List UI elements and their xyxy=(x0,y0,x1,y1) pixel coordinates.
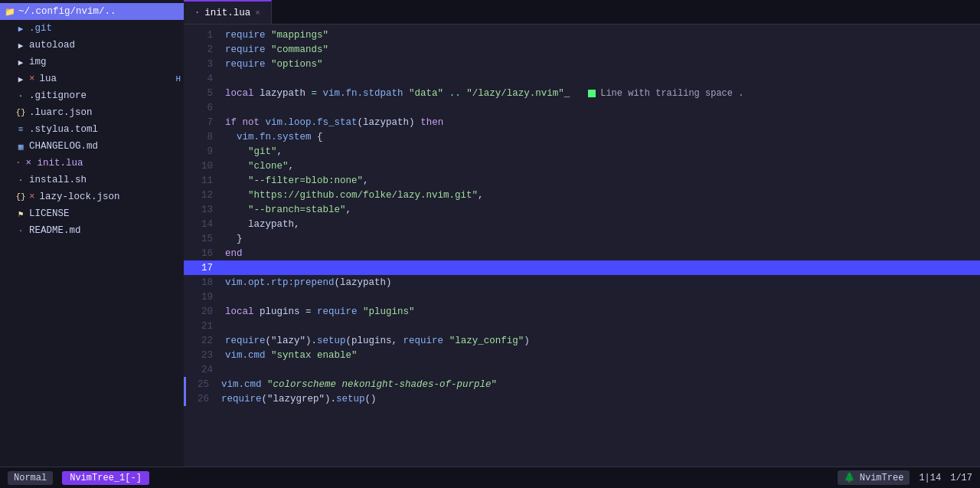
tab-bar: · init.lua × xyxy=(184,0,980,25)
line-4: 4 xyxy=(184,71,980,86)
status-bar: Normal NvimTree_1[-] 🌲 NvimTree 1|14 1/1… xyxy=(0,467,980,488)
sidebar-item-readme[interactable]: · README.md xyxy=(0,222,184,239)
line-number-16: 16 xyxy=(190,248,224,259)
line-content-9: "git", xyxy=(224,146,980,157)
line-number-22: 22 xyxy=(190,336,224,346)
line-17: 17 xyxy=(184,260,980,275)
line-number-15: 15 xyxy=(190,234,224,244)
sidebar-item-changelog-label: CHANGELOG.md xyxy=(29,141,184,152)
line-1: 1 require "mappings" xyxy=(184,28,980,42)
line-number-19: 19 xyxy=(190,292,224,303)
line-content-22: require("lazy").setup(plugins, require "… xyxy=(224,336,980,346)
line-number-21: 21 xyxy=(190,321,224,332)
sidebar-root[interactable]: 📁 ~/.config/nvim/.. xyxy=(0,3,184,20)
folder-autoload-icon: ▶ xyxy=(15,41,26,51)
sidebar-item-autoload[interactable]: ▶ autoload xyxy=(0,37,184,54)
line-16: 16 end xyxy=(184,246,980,260)
sidebar-item-git[interactable]: ▶ .git xyxy=(0,20,184,37)
line-26: 26 require("lazygrep").setup() xyxy=(184,391,980,406)
line-number-18: 18 xyxy=(190,277,224,288)
line-number-17: 17 xyxy=(190,263,224,273)
status-total: 1/17 xyxy=(950,473,972,483)
tab-init-lua[interactable]: · init.lua × xyxy=(184,0,272,24)
sidebar-item-lazylock[interactable]: {} × lazy-lock.json xyxy=(0,188,184,205)
sidebar-item-lua-label: lua xyxy=(40,74,173,84)
line-content-11: "--filter=blob:none", xyxy=(224,175,980,186)
sidebar-item-luarc[interactable]: {} .luarc.json xyxy=(0,104,184,121)
line-number-13: 13 xyxy=(190,205,224,215)
tab-close-button[interactable]: × xyxy=(255,8,260,18)
status-branch: NvimTree_1[-] xyxy=(62,471,149,485)
sidebar-item-install[interactable]: · install.sh xyxy=(0,172,184,188)
line-number-2: 2 xyxy=(190,44,224,55)
line-number-12: 12 xyxy=(190,190,224,201)
luarc-icon: {} xyxy=(15,108,26,117)
line-22: 22 require("lazy").setup(plugins, requir… xyxy=(184,333,980,348)
lua-tab-icon: · xyxy=(194,8,200,18)
line-content-3: require "options" xyxy=(224,59,980,70)
sidebar-item-gitignore[interactable]: · .gitignore xyxy=(0,87,184,104)
sidebar-item-changelog[interactable]: ▦ CHANGELOG.md xyxy=(0,138,184,155)
line-2: 2 require "commands" xyxy=(184,42,980,57)
status-nvimtree: 🌲 NvimTree xyxy=(838,470,910,485)
line-content-25: vim.cmd "colorscheme nekonight-shades-of… xyxy=(220,379,980,390)
status-right-section: 🌲 NvimTree 1|14 1/17 xyxy=(838,470,972,485)
line-18: 18 vim.opt.rtp:prepend(lazypath) xyxy=(184,275,980,290)
gitignore-icon: · xyxy=(15,91,26,100)
line-21: 21 xyxy=(184,319,980,333)
line-11: 11 "--filter=blob:none", xyxy=(184,173,980,188)
sidebar-item-gitignore-label: .gitignore xyxy=(29,90,184,101)
line-content-26: require("lazygrep").setup() xyxy=(220,394,980,404)
code-editor[interactable]: 1 require "mappings" 2 require "commands… xyxy=(184,25,980,467)
line-6: 6 xyxy=(184,100,980,115)
nvimtree-icon: 🌲 xyxy=(844,472,855,483)
diagnostic-text: Line with trailing space . xyxy=(600,88,743,99)
sidebar-item-luarc-label: .luarc.json xyxy=(29,107,184,118)
line-9: 9 "git", xyxy=(184,144,980,159)
line-19: 19 xyxy=(184,290,980,304)
nvimtree-label: NvimTree xyxy=(860,473,904,483)
line-number-1: 1 xyxy=(190,30,224,41)
line-content-15: } xyxy=(224,234,980,244)
sidebar-item-license[interactable]: ⚑ LICENSE xyxy=(0,205,184,222)
line-20: 20 local plugins = require "plugins" xyxy=(184,304,980,319)
folder-lua-icon: ▶ xyxy=(15,74,26,84)
sidebar-item-img-label: img xyxy=(29,57,184,67)
line-content-18: vim.opt.rtp:prepend(lazypath) xyxy=(224,277,980,288)
line-number-10: 10 xyxy=(190,161,224,172)
line-number-3: 3 xyxy=(190,59,224,70)
folder-git-icon: ▶ xyxy=(15,24,26,34)
line-number-8: 8 xyxy=(190,132,224,142)
sidebar-item-img[interactable]: ▶ img xyxy=(0,54,184,70)
line-number-14: 14 xyxy=(190,219,224,230)
lua-x-badge: × xyxy=(29,74,35,84)
sidebar-item-lazylock-label: lazy-lock.json xyxy=(40,192,184,202)
line-13: 13 "--branch=stable", xyxy=(184,202,980,217)
line-number-20: 20 xyxy=(190,306,224,317)
lua-badge: H xyxy=(175,74,181,84)
sidebar-item-git-label: .git xyxy=(29,23,184,34)
line-14: 14 lazypath, xyxy=(184,217,980,231)
sidebar-item-stylua[interactable]: ≡ .stylua.toml xyxy=(0,121,184,138)
line-number-4: 4 xyxy=(190,74,224,84)
license-icon: ⚑ xyxy=(15,209,26,219)
lazylock-x: × xyxy=(29,192,35,202)
line-content-7: if not vim.loop.fs_stat(lazypath) then xyxy=(224,117,980,128)
sidebar-root-label: ~/.config/nvim/.. xyxy=(18,6,184,17)
sidebar-item-readme-label: README.md xyxy=(29,225,184,236)
line-content-13: "--branch=stable", xyxy=(224,205,980,215)
line-3: 3 require "options" xyxy=(184,57,980,71)
line-content-10: "clone", xyxy=(224,161,980,172)
status-mode: Normal xyxy=(8,471,53,485)
diagnostic-square xyxy=(588,90,596,97)
install-icon: · xyxy=(15,175,26,185)
lazylock-icon: {} xyxy=(15,192,26,201)
line-number-6: 6 xyxy=(190,103,224,113)
line-number-25: 25 xyxy=(186,379,220,390)
line-content-1: require "mappings" xyxy=(224,30,980,41)
line-8: 8 vim.fn.system { xyxy=(184,129,980,144)
folder-img-icon: ▶ xyxy=(15,57,26,67)
sidebar-item-lua[interactable]: ▶ × lua H xyxy=(0,70,184,87)
line-content-12: "https://github.com/folke/lazy.nvim.git"… xyxy=(224,190,980,201)
sidebar-item-init[interactable]: · × init.lua xyxy=(0,155,184,172)
